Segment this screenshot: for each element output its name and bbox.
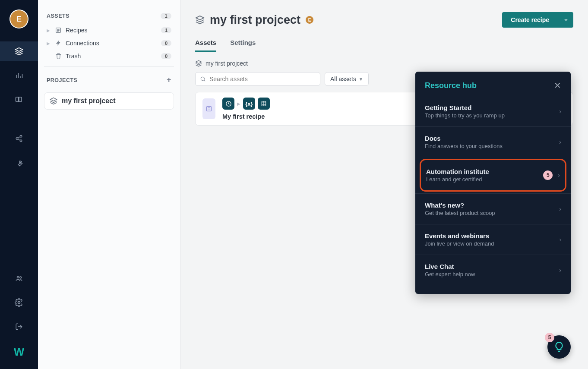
breadcrumb-label: my first projcect <box>205 60 248 67</box>
chevron-right-icon: › <box>559 236 561 243</box>
recipe-icon <box>54 27 62 34</box>
nav-tools-icon[interactable] <box>0 153 38 173</box>
assets-label: ASSETS <box>47 13 70 19</box>
tab-assets[interactable]: Assets <box>195 39 216 52</box>
fab-badge: 5 <box>545 333 554 342</box>
tab-settings[interactable]: Settings <box>230 39 256 52</box>
sidebar-project-item[interactable]: my first projcect <box>44 92 174 110</box>
nav-rail: E W <box>0 0 38 369</box>
sidebar: ASSETS 1 ▶ Recipes 1 ▶ Connections 0 Tra… <box>38 0 180 369</box>
svg-point-1 <box>16 138 18 140</box>
hub-item-getting-started[interactable]: Getting StartedTop things to try as you … <box>415 96 571 126</box>
search-icon <box>200 76 206 82</box>
chevron-right-icon: › <box>558 172 560 179</box>
breadcrumb: my first projcect <box>195 60 573 67</box>
nav-dashboard-icon[interactable] <box>0 66 38 85</box>
clock-icon <box>222 98 234 110</box>
nav-library-icon[interactable] <box>0 90 38 110</box>
hub-item-events-and-webinars[interactable]: Events and webinarsJoin live or view on … <box>415 224 571 255</box>
recipe-type-icon <box>202 98 215 119</box>
page-title: my first projcect <box>210 13 300 27</box>
brand-logo: W <box>14 345 25 359</box>
hub-item-title: Docs <box>425 135 559 142</box>
hub-item-badge: 5 <box>543 170 553 180</box>
projects-label: PROJECTS <box>47 77 77 83</box>
resource-hub-panel: Resource hub ✕ Getting StartedTop things… <box>415 72 571 294</box>
hub-item-live-chat[interactable]: Live ChatGet expert help now› <box>415 255 571 285</box>
hub-item-subtitle: Top things to try as you ramp up <box>425 112 559 119</box>
assets-count: 1 <box>161 13 171 19</box>
hub-item-docs[interactable]: DocsFind answers to your questions› <box>415 126 571 157</box>
divider <box>44 66 174 67</box>
close-icon[interactable]: ✕ <box>554 80 561 91</box>
resource-hub-title: Resource hub <box>425 81 477 90</box>
trash-icon <box>54 53 62 60</box>
nav-share-icon[interactable] <box>0 129 38 148</box>
stack-icon <box>195 15 205 25</box>
search-input-wrapper[interactable] <box>195 72 320 86</box>
hub-item-automation-institute[interactable]: Automation instituteLearn and get certif… <box>420 159 566 192</box>
caret-right-icon: ▶ <box>47 28 51 33</box>
hub-item-title: Events and webinars <box>425 232 559 240</box>
svg-point-3 <box>17 276 19 278</box>
projects-section-header: PROJECTS + <box>44 71 174 89</box>
nav-settings-icon[interactable] <box>0 293 38 312</box>
chevron-right-icon: › <box>559 267 561 274</box>
caret-down-icon: ▼ <box>359 77 363 82</box>
recipes-count: 1 <box>161 27 171 33</box>
nav-logout-icon[interactable] <box>0 317 38 337</box>
hub-item-subtitle: Get expert help now <box>425 271 559 278</box>
search-input[interactable] <box>209 76 316 82</box>
sidebar-item-connections[interactable]: ▶ Connections 0 <box>44 37 174 49</box>
nav-projects-icon[interactable] <box>0 41 38 61</box>
filter-label: All assets <box>330 76 356 82</box>
help-fab[interactable]: 5 <box>547 335 571 359</box>
avatar[interactable]: E <box>9 9 28 28</box>
sheet-icon <box>258 98 270 110</box>
chevron-right-icon: › <box>559 139 561 145</box>
filter-dropdown[interactable]: All assets ▼ <box>325 72 369 86</box>
chevron-right-icon: › <box>559 205 561 212</box>
trash-label: Trash <box>66 53 158 60</box>
stack-icon <box>195 60 202 67</box>
project-name: my first projcect <box>62 97 115 105</box>
svg-point-4 <box>20 277 22 278</box>
tabs: Assets Settings <box>195 39 573 52</box>
arrow-right-icon: ▶ <box>237 101 240 106</box>
add-project-button[interactable]: + <box>167 76 171 85</box>
hub-item-subtitle: Find answers to your questions <box>425 143 559 149</box>
chevron-right-icon: › <box>559 108 561 115</box>
connections-label: Connections <box>66 40 158 47</box>
variable-icon: {x} <box>243 98 255 110</box>
hub-item-title: Live Chat <box>425 263 559 270</box>
svg-point-0 <box>20 136 22 138</box>
create-recipe-button[interactable]: Create recipe <box>502 12 558 28</box>
trash-count: 0 <box>161 53 171 59</box>
recipes-label: Recipes <box>66 27 158 34</box>
hub-item-subtitle: Learn and get certified <box>426 176 543 183</box>
stack-icon <box>50 97 57 105</box>
bolt-icon <box>54 40 62 47</box>
hub-item-subtitle: Get the latest product scoop <box>425 210 559 216</box>
hub-item-title: Getting Started <box>425 104 559 111</box>
sidebar-item-trash[interactable]: Trash 0 <box>44 50 174 62</box>
hub-item-subtitle: Join live or view on demand <box>425 240 559 247</box>
connections-count: 0 <box>161 40 171 46</box>
svg-point-7 <box>201 77 204 80</box>
hub-item-what-s-new-[interactable]: What's new?Get the latest product scoop› <box>415 193 571 224</box>
svg-point-5 <box>18 302 20 304</box>
hub-item-title: Automation institute <box>426 168 543 175</box>
sidebar-item-recipes[interactable]: ▶ Recipes 1 <box>44 24 174 36</box>
create-recipe-dropdown[interactable] <box>558 12 573 28</box>
caret-right-icon: ▶ <box>47 41 51 46</box>
hub-item-title: What's new? <box>425 202 559 209</box>
main-panel: my first projcect E Create recipe Assets… <box>180 0 588 369</box>
svg-point-2 <box>20 140 22 142</box>
assets-section-header: ASSETS 1 <box>44 9 174 23</box>
nav-team-icon[interactable] <box>0 268 38 288</box>
owner-badge: E <box>306 16 313 24</box>
